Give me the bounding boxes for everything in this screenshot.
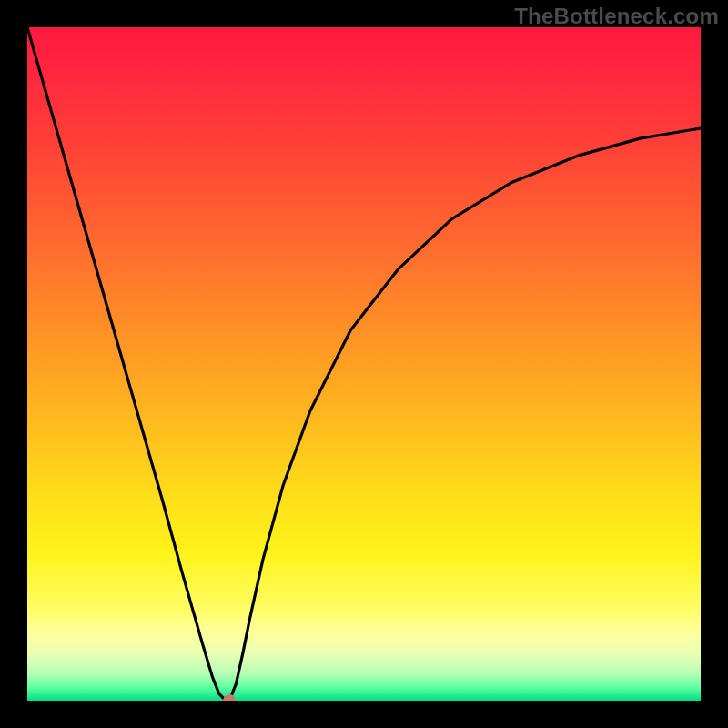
bottleneck-curve <box>27 27 701 701</box>
watermark-text: TheBottleneck.com <box>514 4 719 29</box>
plot-area <box>27 27 701 701</box>
chart-frame: TheBottleneck.com <box>0 0 728 728</box>
optimal-point-marker <box>223 694 236 701</box>
